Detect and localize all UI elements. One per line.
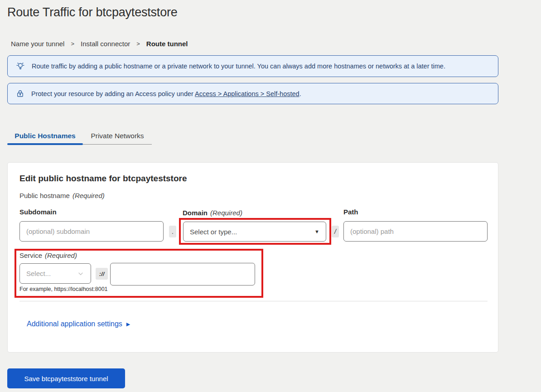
access-policy-text: Protect your resource by adding an Acces… bbox=[31, 90, 301, 97]
chevron-down-icon bbox=[77, 270, 84, 277]
lock-icon bbox=[15, 89, 25, 98]
active-tab-underline bbox=[7, 143, 83, 145]
service-url-input[interactable] bbox=[110, 263, 255, 286]
route-traffic-info-banner: Route traffic by adding a public hostnam… bbox=[7, 55, 498, 77]
service-select-placeholder: Select... bbox=[26, 270, 51, 277]
service-example-hint: For example, https://localhost:8001 bbox=[19, 286, 108, 292]
access-policy-prefix: Protect your resource by adding an Acces… bbox=[31, 90, 195, 97]
subdomain-label: Subdomain bbox=[19, 208, 57, 216]
tab-private-networks[interactable]: Private Networks bbox=[83, 128, 152, 143]
access-policy-suffix: . bbox=[299, 90, 301, 97]
breadcrumb-separator: > bbox=[136, 40, 140, 47]
caret-right-icon: ▶ bbox=[126, 321, 130, 327]
service-type-select[interactable]: Select... bbox=[19, 263, 91, 284]
breadcrumb-route-tunnel: Route tunnel bbox=[146, 40, 188, 48]
domain-select[interactable]: Select or type... ▼ bbox=[183, 222, 326, 242]
tab-public-hostnames[interactable]: Public Hostnames bbox=[7, 128, 83, 143]
hostname-network-tabs: Public Hostnames Private Networks bbox=[7, 128, 152, 143]
additional-application-settings-link[interactable]: Additional application settings ▶ bbox=[27, 320, 130, 328]
access-applications-link[interactable]: Access > Applications > Self-hosted bbox=[195, 90, 299, 97]
lightbulb-icon bbox=[15, 61, 25, 71]
route-traffic-info-text: Route traffic by adding a public hostnam… bbox=[32, 63, 445, 70]
domain-label: Domain(Required) bbox=[183, 209, 242, 217]
public-hostname-label: Public hostname(Required) bbox=[19, 192, 105, 199]
breadcrumb-separator: > bbox=[71, 40, 74, 47]
service-label-text: Service bbox=[19, 252, 42, 259]
save-tunnel-button[interactable]: Save btcpayteststore tunnel bbox=[7, 368, 125, 388]
public-hostname-required: (Required) bbox=[72, 192, 105, 199]
service-required: (Required) bbox=[45, 252, 77, 259]
card-heading: Edit public hostname for btcpayteststore bbox=[19, 174, 187, 184]
breadcrumb-install-connector[interactable]: Install connector bbox=[81, 40, 130, 48]
domain-required: (Required) bbox=[210, 209, 242, 217]
dot-separator: . bbox=[169, 226, 176, 237]
additional-settings-label: Additional application settings bbox=[27, 320, 122, 328]
slash-separator: / bbox=[332, 226, 339, 237]
service-label: Service(Required) bbox=[19, 252, 77, 259]
path-label: Path bbox=[343, 208, 358, 216]
edit-public-hostname-card: Edit public hostname for btcpayteststore… bbox=[7, 162, 498, 353]
scheme-separator: :// bbox=[96, 268, 108, 280]
page-title: Route Traffic for btcpayteststore bbox=[7, 5, 178, 19]
card-divider bbox=[19, 301, 488, 301]
subdomain-input[interactable] bbox=[19, 221, 164, 242]
tab-divider-line bbox=[83, 144, 152, 145]
breadcrumb: Name your tunnel > Install connector > R… bbox=[11, 40, 188, 48]
access-policy-banner: Protect your resource by adding an Acces… bbox=[7, 83, 498, 104]
breadcrumb-name-your-tunnel[interactable]: Name your tunnel bbox=[11, 40, 64, 48]
domain-select-placeholder: Select or type... bbox=[190, 228, 237, 236]
public-hostname-label-text: Public hostname bbox=[19, 192, 70, 199]
path-input[interactable] bbox=[343, 221, 488, 242]
chevron-down-icon: ▼ bbox=[314, 229, 319, 234]
domain-label-text: Domain bbox=[183, 209, 208, 217]
